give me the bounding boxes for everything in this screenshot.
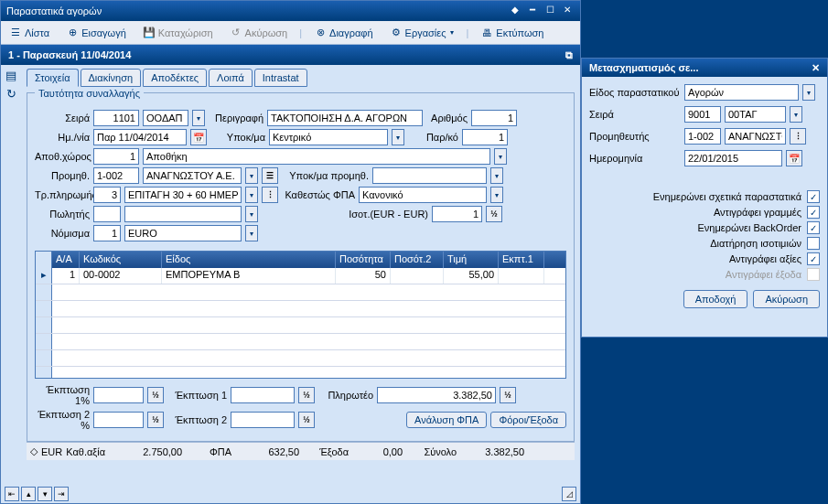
close-icon[interactable]: ✕	[560, 5, 575, 17]
supplier-name-input[interactable]	[143, 167, 242, 184]
minimize-icon[interactable]: ━	[525, 5, 540, 17]
tp-date-input[interactable]	[684, 150, 782, 166]
tp-kind-input[interactable]	[684, 84, 799, 101]
chk-keep-rates[interactable]	[807, 237, 820, 250]
supplier-branch-dd[interactable]: ▾	[490, 167, 503, 184]
pin-icon[interactable]: ◆	[508, 5, 522, 17]
list-button[interactable]: ☰Λίστα	[5, 25, 54, 41]
branch-input[interactable]	[269, 129, 388, 145]
vat-input[interactable]	[359, 187, 487, 203]
grid-row[interactable]	[36, 334, 565, 350]
tab-intrastat[interactable]: Intrastat	[254, 69, 307, 87]
disc2-input[interactable]	[231, 412, 295, 428]
tab-apodektes[interactable]: Αποδέκτες	[143, 69, 207, 87]
nav-first[interactable]: ⇤	[5, 487, 19, 501]
chk-backorder[interactable]	[807, 221, 820, 234]
iso-half-btn[interactable]: ½	[486, 206, 502, 222]
supplier-code-input[interactable]	[93, 167, 139, 184]
disc2p-half[interactable]: ½	[147, 412, 164, 428]
num-input[interactable]	[471, 110, 517, 126]
grid-row[interactable]	[36, 367, 565, 378]
supplier-view[interactable]: ☰	[262, 167, 278, 184]
insert-button[interactable]: ⊕Εισαγωγή	[61, 25, 131, 41]
maximize-icon[interactable]: ☐	[543, 5, 557, 17]
nav-down[interactable]: ▾	[38, 487, 52, 501]
disc2-half[interactable]: ½	[298, 412, 315, 428]
disc2p-input[interactable]	[93, 412, 144, 428]
nav-up[interactable]: ▴	[21, 487, 36, 501]
tp-supplier-code[interactable]	[684, 128, 721, 145]
cancel-button[interactable]: Ακύρωση	[753, 290, 820, 308]
transform-close-icon[interactable]: ✕	[812, 62, 820, 74]
nav-resize[interactable]: ◿	[562, 487, 576, 501]
vat-dd[interactable]: ▾	[490, 187, 503, 203]
grid-row[interactable]	[36, 284, 565, 301]
tp-series-code[interactable]	[684, 106, 721, 123]
series-name-input[interactable]	[143, 110, 188, 126]
wh-name-input[interactable]	[143, 148, 490, 165]
refresh-icon[interactable]: ↻	[4, 87, 18, 102]
chk-update-rel[interactable]	[807, 190, 820, 203]
tp-series-dd[interactable]: ▾	[790, 106, 802, 123]
calendar-icon[interactable]: 📅	[190, 129, 207, 145]
disc1p-input[interactable]	[93, 387, 144, 403]
vat-analysis-button[interactable]: Ανάλυση ΦΠΑ	[406, 412, 487, 428]
desc-input[interactable]	[267, 110, 423, 126]
tp-calendar-icon[interactable]: 📅	[786, 150, 802, 166]
seller-dd[interactable]: ▾	[245, 206, 258, 222]
tab-loipa[interactable]: Λοιπά	[209, 69, 253, 87]
disc1-half[interactable]: ½	[298, 387, 315, 403]
iso-input[interactable]	[432, 206, 482, 222]
col-aa[interactable]: Α/Α	[52, 252, 80, 268]
pay-code-input[interactable]	[93, 187, 121, 203]
wh-code-input[interactable]	[93, 148, 139, 165]
grid-row[interactable]	[36, 317, 565, 334]
tp-series-name[interactable]	[725, 106, 786, 123]
copy-icon[interactable]: ⧉	[565, 49, 573, 61]
col-qty[interactable]: Ποσότητα	[336, 252, 391, 268]
tab-diakinisi[interactable]: Διακίνηση	[81, 69, 142, 87]
pay-dots[interactable]: ⋮	[262, 187, 278, 203]
pay-dd[interactable]: ▾	[245, 187, 258, 203]
col-code[interactable]: Κωδικός	[80, 252, 162, 268]
pay-name-input[interactable]	[124, 187, 242, 203]
currency-dd[interactable]: ▾	[245, 225, 258, 241]
seller-name-input[interactable]	[124, 206, 242, 222]
tp-supplier-name[interactable]	[725, 128, 786, 145]
grid-body[interactable]: ▸ 1 00-0002 ΕΜΠΟΡΕΥΜΑ Β 50 55,00	[36, 268, 565, 378]
supplier-dd[interactable]: ▾	[245, 167, 258, 184]
parko-input[interactable]	[462, 129, 508, 145]
disc1p-half[interactable]: ½	[147, 387, 164, 403]
supplier-branch-input[interactable]	[372, 167, 487, 184]
series-code-input[interactable]	[93, 110, 139, 126]
print-button[interactable]: 🖶Εκτύπωση	[476, 25, 548, 41]
currency-name-input[interactable]	[124, 225, 242, 241]
taxes-button[interactable]: Φόροι/Έξοδα	[490, 412, 566, 428]
tp-supplier-dots[interactable]: ⋮	[790, 128, 806, 145]
chk-copy-lines[interactable]	[807, 206, 820, 219]
disc1-input[interactable]	[231, 387, 295, 403]
payamt-input[interactable]	[377, 387, 496, 403]
currency-code-input[interactable]	[93, 225, 121, 241]
col-qty2[interactable]: Ποσότ.2	[391, 252, 444, 268]
branch-dd[interactable]: ▾	[392, 129, 404, 145]
doc-icon[interactable]: ▤	[4, 69, 18, 83]
col-kind[interactable]: Είδος	[162, 252, 336, 268]
grid-row[interactable]	[36, 350, 565, 367]
tp-kind-dd[interactable]: ▾	[802, 84, 815, 101]
nav-last[interactable]: ⇥	[54, 487, 69, 501]
chk-copy-values[interactable]	[807, 252, 820, 265]
delete-button[interactable]: ⊗Διαγραφή	[309, 25, 378, 41]
tasks-button[interactable]: ⚙Εργασίες	[385, 25, 459, 41]
date-input[interactable]	[93, 129, 187, 145]
seller-code-input[interactable]	[93, 206, 121, 222]
col-price[interactable]: Τιμή	[444, 252, 499, 268]
series-dd[interactable]: ▾	[192, 110, 205, 126]
grid-row[interactable]: ▸ 1 00-0002 ΕΜΠΟΡΕΥΜΑ Β 50 55,00	[36, 268, 565, 284]
grid-row[interactable]	[36, 301, 565, 317]
payamt-half[interactable]: ½	[500, 387, 516, 403]
col-d1[interactable]: Εκπτ.1	[499, 252, 544, 268]
accept-button[interactable]: Αποδοχή	[683, 290, 748, 308]
wh-dd[interactable]: ▾	[494, 148, 507, 165]
tab-stoixeia[interactable]: Στοιχεία	[27, 69, 79, 87]
